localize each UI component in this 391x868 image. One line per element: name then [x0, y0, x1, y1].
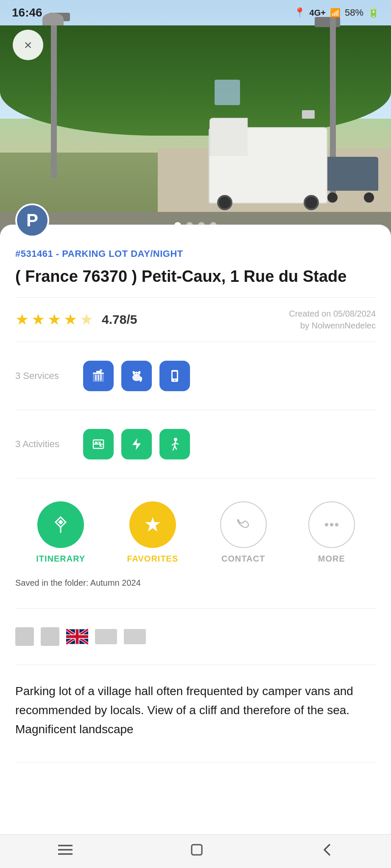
more-circle	[308, 501, 355, 548]
svg-marker-27	[145, 517, 160, 531]
divider-7	[15, 762, 376, 762]
status-icons: 📍 4G+ 📶 58% 🔋	[294, 7, 379, 18]
svg-point-29	[330, 523, 333, 526]
battery-icon: 🔋	[368, 7, 379, 18]
star-5: ★	[80, 311, 93, 328]
action-buttons: ITINERARY FAVORITES CONTACT	[15, 489, 376, 572]
service-icon-mobile	[159, 361, 190, 391]
favorites-label: FAVORITES	[127, 554, 178, 564]
motorhome-wheels	[217, 195, 319, 210]
divider-1	[15, 297, 376, 298]
star-rating: ★ ★ ★ ★ ★	[15, 311, 93, 328]
hero-image: ×	[0, 0, 391, 237]
content-inner: #531461 - PARKING LOT DAY/NIGHT ( France…	[15, 225, 376, 762]
image-dots	[174, 222, 217, 229]
service-icon-dog	[121, 361, 152, 391]
status-bar: 16:46 📍 4G+ 📶 58% 🔋	[0, 0, 391, 25]
flag-placeholder-3[interactable]	[95, 629, 117, 644]
services-row: 3 Services	[15, 352, 376, 400]
flag-placeholder-4[interactable]	[124, 629, 146, 644]
more-label: MORE	[318, 554, 345, 564]
contact-button[interactable]: CONTACT	[220, 501, 267, 564]
itinerary-circle	[37, 501, 84, 548]
svg-point-30	[335, 523, 338, 526]
windshield	[215, 80, 240, 105]
star-3: ★	[47, 311, 61, 328]
motorhome-body	[209, 127, 327, 203]
flag-placeholder-1[interactable]	[15, 627, 34, 646]
svg-rect-35	[192, 845, 202, 855]
svg-point-28	[325, 523, 328, 526]
navigation-bar	[0, 834, 391, 868]
divider-6	[15, 665, 376, 665]
more-button[interactable]: MORE	[308, 501, 355, 564]
favorites-circle	[129, 501, 176, 548]
divider-3	[15, 410, 376, 410]
svg-rect-17	[173, 372, 177, 378]
activity-icons	[83, 429, 190, 459]
rating-row: ★ ★ ★ ★ ★ 4.78/5 Created on 05/08/2024 b…	[15, 308, 376, 331]
saved-info: Saved in the folder: Autumn 2024	[15, 572, 376, 598]
van-body	[323, 157, 378, 191]
signal-strength: 4G+	[310, 8, 326, 18]
divider-4	[15, 478, 376, 479]
contact-label: CONTACT	[221, 554, 265, 564]
battery-level: 58%	[345, 7, 363, 18]
svg-marker-24	[132, 438, 141, 450]
lamp-post-left	[51, 25, 57, 178]
flag-uk[interactable]	[66, 629, 88, 645]
activity-icon-walking	[159, 429, 190, 459]
signal-bars: 📶	[330, 8, 341, 18]
parking-badge: P	[15, 203, 49, 237]
dot-2[interactable]	[186, 222, 193, 229]
activities-label: 3 Activities	[15, 439, 75, 450]
nav-home-button[interactable]	[172, 835, 221, 867]
location-icon: 📍	[294, 7, 305, 18]
motorhome-cab	[209, 118, 248, 156]
service-icon-trash	[83, 361, 114, 391]
divider-5	[15, 608, 376, 609]
wheel-rear	[304, 195, 319, 210]
satellite-dish	[302, 110, 315, 119]
van-wheel-left	[327, 192, 338, 203]
description-text: Parking lot of a village hall often freq…	[15, 675, 376, 751]
rating-meta: Created on 05/08/2024 by NolwennNedelec	[289, 308, 376, 331]
activity-icon-electric	[121, 429, 152, 459]
dot-4[interactable]	[210, 222, 217, 229]
close-button[interactable]: ×	[13, 30, 43, 60]
language-flags	[15, 619, 376, 654]
svg-point-15	[137, 373, 138, 374]
close-icon: ×	[24, 37, 32, 53]
wheel-front	[217, 195, 232, 210]
created-date: Created on 05/08/2024	[289, 308, 376, 320]
location-name: ( France 76370 ) Petit-Caux, 1 Rue du St…	[15, 266, 376, 287]
dot-3[interactable]	[198, 222, 205, 229]
star-1: ★	[15, 311, 29, 328]
nav-back-button[interactable]	[304, 835, 350, 867]
van-wheel-right	[364, 192, 374, 203]
content-card: P #531461 - PARKING LOT DAY/NIGHT ( Fran…	[0, 225, 391, 860]
activities-row: 3 Activities	[15, 420, 376, 468]
van-vehicle	[323, 157, 378, 199]
flag-placeholder-2[interactable]	[41, 627, 59, 646]
favorites-button[interactable]: FAVORITES	[127, 501, 178, 564]
dot-1[interactable]	[174, 222, 181, 229]
activity-icon-playground	[83, 429, 114, 459]
created-by: by NolwennNedelec	[289, 320, 376, 331]
svg-point-18	[174, 380, 176, 381]
divider-2	[15, 342, 376, 342]
star-2: ★	[31, 311, 45, 328]
itinerary-label: ITINERARY	[36, 554, 85, 564]
status-time: 16:46	[12, 6, 42, 19]
location-type: #531461 - PARKING LOT DAY/NIGHT	[15, 248, 376, 259]
rating-value: 4.78/5	[102, 312, 137, 327]
nav-menu-button[interactable]	[41, 837, 89, 865]
motorhome	[209, 110, 327, 203]
svg-rect-21	[95, 442, 98, 444]
svg-point-14	[135, 373, 136, 374]
contact-circle	[220, 501, 267, 548]
service-icons	[83, 361, 190, 391]
star-4: ★	[64, 311, 77, 328]
itinerary-button[interactable]: ITINERARY	[36, 501, 85, 564]
parking-letter: P	[26, 211, 38, 229]
